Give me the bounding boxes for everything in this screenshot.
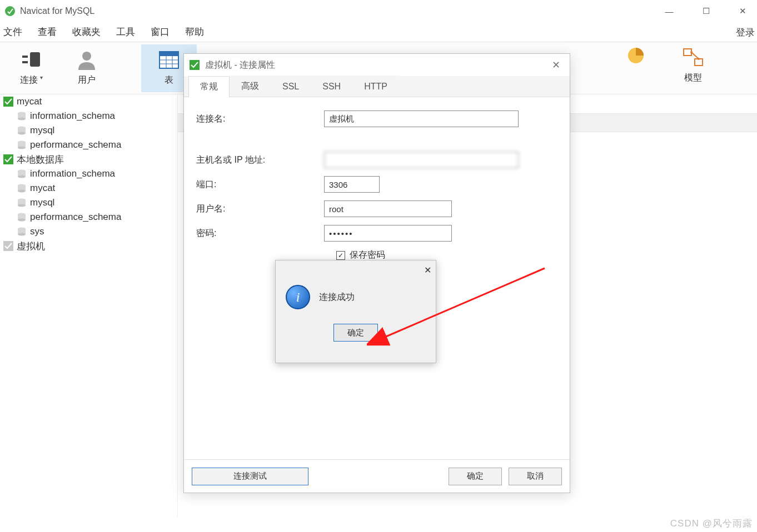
dialog-tabs: 常规 高级 SSL SSH HTTP — [184, 76, 570, 97]
table-icon — [158, 49, 180, 71]
svg-rect-3 — [22, 61, 28, 63]
label-host: 主机名或 IP 地址: — [196, 154, 324, 166]
tree-connection-mycat[interactable]: mycat — [0, 94, 177, 109]
messagebox-close-button[interactable]: ✕ — [424, 265, 431, 275]
tree-connection-local[interactable]: 本地数据库 — [0, 152, 177, 167]
svg-point-26 — [18, 147, 26, 149]
database-icon — [17, 227, 27, 236]
toolbar-user-button[interactable]: 用户 — [59, 44, 114, 92]
tab-http[interactable]: HTTP — [352, 76, 399, 97]
chart-icon — [626, 46, 646, 66]
connection-tree[interactable]: mycat information_schema mysql performan… — [0, 94, 178, 516]
window-titlebar: Navicat for MySQL — ☐ ✕ — [0, 0, 757, 22]
tree-label: mysql — [30, 125, 54, 136]
svg-point-4 — [82, 52, 91, 61]
svg-point-16 — [698, 58, 700, 60]
menu-bar: 文件 查看 收藏夹 工具 窗口 帮助 登录 — [0, 22, 757, 42]
dialog-footer: 连接测试 确定 取消 — [184, 459, 570, 493]
tree-label: information_schema — [30, 168, 115, 179]
svg-rect-2 — [22, 56, 28, 58]
svg-point-23 — [18, 132, 26, 135]
tab-ssl[interactable]: SSL — [271, 76, 311, 97]
toolbar-table-label: 表 — [165, 74, 173, 86]
messagebox-text: 连接成功 — [319, 292, 355, 303]
messagebox-connection-success: ✕ i 连接成功 确定 — [275, 260, 436, 363]
tree-db[interactable]: mysql — [0, 123, 177, 138]
connection-open-icon — [3, 97, 13, 107]
app-icon — [4, 6, 16, 17]
tree-db[interactable]: mycat — [0, 181, 177, 195]
test-connection-button[interactable]: 连接测试 — [192, 468, 308, 485]
input-password[interactable] — [324, 225, 452, 242]
database-icon — [17, 126, 27, 135]
menu-help[interactable]: 帮助 — [185, 26, 204, 38]
svg-point-39 — [18, 219, 26, 222]
svg-point-0 — [5, 6, 15, 16]
svg-rect-44 — [190, 60, 200, 70]
tree-label: 虚拟机 — [17, 240, 45, 253]
tree-db[interactable]: performance_schema — [0, 138, 177, 152]
dialog-cancel-button[interactable]: 取消 — [509, 468, 562, 485]
svg-point-20 — [18, 118, 26, 121]
tab-general[interactable]: 常规 — [188, 76, 230, 97]
toolbar-connect-label: 连接 — [20, 74, 38, 86]
checkbox-save-password[interactable]: ✓ — [336, 251, 345, 260]
connection-open-icon — [3, 154, 13, 164]
label-connection-name: 连接名: — [196, 113, 324, 125]
database-icon — [17, 112, 27, 121]
menu-tools[interactable]: 工具 — [116, 26, 135, 38]
window-close-button[interactable]: ✕ — [733, 3, 753, 19]
svg-point-33 — [18, 190, 26, 193]
tree-label: performance_schema — [30, 139, 121, 150]
user-icon — [76, 49, 98, 71]
menu-favorites[interactable]: 收藏夹 — [72, 26, 101, 38]
svg-rect-12 — [684, 49, 691, 56]
tree-connection-vm[interactable]: 虚拟机 — [0, 239, 177, 253]
input-host[interactable] — [324, 152, 519, 168]
svg-rect-6 — [160, 52, 178, 56]
svg-rect-27 — [3, 154, 13, 164]
label-save-password: 保存密码 — [350, 249, 385, 261]
tab-advanced[interactable]: 高级 — [230, 76, 271, 97]
svg-line-14 — [691, 52, 699, 59]
tree-label: performance_schema — [30, 212, 121, 223]
info-icon: i — [286, 285, 310, 309]
input-username[interactable] — [324, 200, 452, 217]
tree-label: mysql — [30, 197, 54, 208]
svg-rect-17 — [3, 97, 13, 107]
svg-rect-1 — [30, 52, 40, 67]
window-minimize-button[interactable]: — — [659, 3, 679, 19]
svg-point-15 — [690, 51, 693, 53]
svg-point-30 — [18, 175, 26, 178]
messagebox-ok-button[interactable]: 确定 — [333, 324, 378, 342]
toolbar-model-button[interactable]: 模型 — [663, 42, 724, 90]
input-connection-name[interactable] — [324, 111, 519, 127]
tree-label: sys — [30, 226, 44, 237]
window-maximize-button[interactable]: ☐ — [696, 3, 716, 19]
connection-closed-icon — [3, 241, 13, 251]
tree-db[interactable]: sys — [0, 224, 177, 239]
menu-view[interactable]: 查看 — [38, 26, 57, 38]
tree-db[interactable]: mysql — [0, 195, 177, 210]
dialog-titlebar: 虚拟机 - 连接属性 ✕ — [184, 54, 570, 76]
svg-rect-43 — [3, 241, 13, 251]
input-port[interactable] — [324, 176, 380, 193]
tab-ssh[interactable]: SSH — [311, 76, 352, 97]
menu-window[interactable]: 窗口 — [151, 26, 170, 38]
database-icon — [17, 213, 27, 222]
menu-login[interactable]: 登录 — [734, 22, 757, 42]
label-username: 用户名: — [196, 203, 324, 215]
database-icon — [17, 140, 27, 149]
database-icon — [17, 198, 27, 207]
dialog-ok-button[interactable]: 确定 — [449, 468, 502, 485]
tree-db[interactable]: information_schema — [0, 167, 177, 181]
model-icon — [681, 47, 705, 69]
svg-point-36 — [18, 204, 26, 207]
tree-db[interactable]: performance_schema — [0, 210, 177, 224]
dialog-close-button[interactable]: ✕ — [547, 59, 564, 71]
dialog-title: 虚拟机 - 连接属性 — [205, 59, 275, 71]
menu-file[interactable]: 文件 — [3, 26, 22, 38]
tree-db[interactable]: information_schema — [0, 109, 177, 123]
tree-label: mycat — [17, 96, 42, 107]
toolbar-connect-button[interactable]: 连接▾ — [3, 44, 59, 92]
